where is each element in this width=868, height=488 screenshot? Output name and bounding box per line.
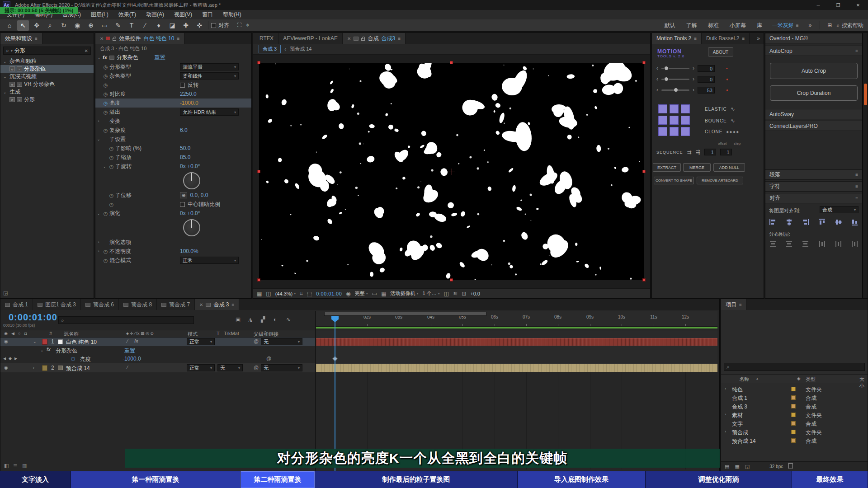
parent-column-label[interactable]: 父级和链接 xyxy=(254,331,278,338)
panel-menu-icon[interactable]: ≡ xyxy=(855,172,858,177)
menu-3[interactable]: 图层(L) xyxy=(86,10,113,19)
panel-menu-icon[interactable]: ≡ xyxy=(855,196,858,201)
stopwatch-icon[interactable]: ◷ xyxy=(108,164,115,169)
timeline-button-icon[interactable]: ⊞ xyxy=(462,291,466,297)
minimize-button[interactable]: ─ xyxy=(808,0,828,10)
name-column-label[interactable]: 名称 xyxy=(739,376,749,383)
auto-crop-button[interactable]: Auto Crop xyxy=(770,63,858,79)
panel-menu-icon[interactable]: ≡ xyxy=(177,36,179,41)
slider-indicator-icon[interactable]: ● xyxy=(726,77,728,81)
eye-icon[interactable]: ◉ xyxy=(4,365,8,370)
slider-left-arrow-icon[interactable]: ‹ xyxy=(656,65,658,71)
panel-menu-icon[interactable]: ≡ xyxy=(398,36,401,41)
panel-menu-icon[interactable]: ≡ xyxy=(35,36,38,41)
menu-7[interactable]: 窗口 xyxy=(197,10,218,19)
property-value[interactable]: -1000.0 xyxy=(123,356,141,362)
parent-select[interactable]: 无▾ xyxy=(261,338,302,345)
prop-checkbox[interactable] xyxy=(180,202,185,207)
effect-prop-7[interactable]: ◷复杂度6.0 xyxy=(95,126,251,135)
tree-item-0[interactable]: ⌄杂色和颗粒 xyxy=(0,57,94,65)
workspace-overflow-icon[interactable]: » xyxy=(803,22,817,28)
close-tab-icon[interactable]: ✕ xyxy=(199,302,203,307)
workspace-menu-icon[interactable]: ≡ xyxy=(796,23,799,28)
effect-prop-15[interactable]: ›演化选项 xyxy=(95,238,251,247)
effect-prop-14[interactable]: ⌄◷演化0x +0.0° xyxy=(95,209,251,218)
stopwatch-icon[interactable]: ◷ xyxy=(108,192,115,198)
row-caret-icon[interactable]: › xyxy=(95,119,102,123)
effect-prop-5[interactable]: ◷溢出允许 HDR 结果▾ xyxy=(95,108,251,117)
slider-right-arrow-icon[interactable]: › xyxy=(693,65,694,71)
tab-composition[interactable]: ✕ 合成 合成3 ≡ xyxy=(343,33,406,44)
anchor-grid-button[interactable] xyxy=(658,116,667,125)
stopwatch-icon[interactable]: ◷ xyxy=(102,100,109,106)
stopwatch-icon[interactable]: ◷ xyxy=(71,356,75,361)
autosway-panel-header[interactable]: AutoSway xyxy=(765,109,862,119)
zoom-select[interactable]: (44.3%)▾ xyxy=(275,291,296,296)
folder-caret-icon[interactable]: › xyxy=(725,429,726,434)
add-null-button[interactable]: ADD NULL xyxy=(713,163,745,172)
workspace-0[interactable]: 默认 xyxy=(659,22,681,29)
pickwhip-icon[interactable]: @ xyxy=(254,365,259,370)
folder-caret-icon[interactable]: › xyxy=(725,386,726,391)
align-to-select[interactable]: 合成▾ xyxy=(820,206,859,213)
slider-indicator-icon[interactable]: ▪ xyxy=(726,66,728,71)
target-icon[interactable]: ⌖ xyxy=(246,22,249,29)
tab-motion-tools[interactable]: Motion Tools 2 ≡ xyxy=(652,33,702,44)
slider-indicator-icon[interactable]: ● xyxy=(726,88,728,92)
quality-switch-icon[interactable]: ⁄ xyxy=(127,365,128,370)
prop-dropdown[interactable]: 柔和线性▾ xyxy=(180,72,239,80)
sequence-step-field[interactable]: 1 xyxy=(720,149,732,155)
frame-blend-icon[interactable]: ▞ xyxy=(261,316,265,323)
ruler-icon[interactable]: ◫ xyxy=(266,291,271,297)
effect-prop-13[interactable]: ◷中心辅助比例 xyxy=(95,200,251,209)
mask-feather-icon[interactable]: ⛶ xyxy=(237,22,241,29)
tree-item-2[interactable]: ⌄沉浸式视频 xyxy=(0,73,94,80)
property-row-brightness[interactable]: ◀ ◆ ▶ ◷ 亮度 -1000.0 @ xyxy=(0,355,315,363)
bounce-row[interactable]: BOUNCE ∿ xyxy=(705,117,735,124)
elastic-row[interactable]: ELASTIC ∿ xyxy=(705,106,735,112)
sequence-offset-field[interactable]: 1 xyxy=(704,149,716,155)
prop-value[interactable]: 6.0 xyxy=(180,127,188,133)
source-column-label[interactable]: 源名称 xyxy=(64,331,79,338)
expand-caret-icon[interactable]: › xyxy=(33,366,34,370)
chapter-1[interactable]: 第一种雨滴置换 xyxy=(71,471,241,488)
pickwhip-icon[interactable]: @ xyxy=(254,338,259,344)
selection-handle[interactable] xyxy=(642,170,646,173)
effect-reset-link[interactable]: 重置 xyxy=(124,347,135,355)
pixel-aspect-icon[interactable]: ◫ xyxy=(444,291,449,297)
panel-menu-icon[interactable]: ≡ xyxy=(855,184,858,189)
effect-prop-10[interactable]: ◷子缩放85.0 xyxy=(95,153,251,162)
prop-value[interactable]: 0.0, 0.0 xyxy=(190,192,208,198)
effect-prop-6[interactable]: ›变换 xyxy=(95,117,251,126)
home-icon[interactable]: ⌂ xyxy=(4,20,15,31)
effect-prop-17[interactable]: ◷混合模式正常▾ xyxy=(95,256,251,265)
character-panel-header[interactable]: 字符 ≡ xyxy=(765,181,862,192)
layer-bar-solid[interactable] xyxy=(316,338,717,346)
menu-6[interactable]: 视图(V) xyxy=(169,10,197,19)
stopwatch-icon[interactable]: ◷ xyxy=(102,82,109,88)
prop-dropdown[interactable]: 正常▾ xyxy=(180,257,239,264)
close-button[interactable]: ✕ xyxy=(848,0,868,10)
slider-right-arrow-icon[interactable]: › xyxy=(693,76,694,82)
panel-grip-icon[interactable]: ◲ xyxy=(3,290,8,296)
timeline-search-input[interactable]: ⌕ xyxy=(58,316,194,324)
tab-project[interactable]: 项目 ≡ xyxy=(721,299,747,310)
panel-menu-icon[interactable]: ≡ xyxy=(739,302,742,307)
layer-bar-precomp[interactable] xyxy=(316,364,717,372)
playhead-line[interactable] xyxy=(335,316,335,471)
distribute-h-center-icon[interactable] xyxy=(835,240,842,249)
prop-dropdown[interactable]: 允许 HDR 结果▾ xyxy=(180,108,239,116)
draft-3d-icon[interactable]: ▣ xyxy=(236,316,241,323)
graph-editor-icon[interactable]: ∿ xyxy=(286,316,291,323)
slider-value-field[interactable]: 0 xyxy=(698,76,715,83)
slider-left-arrow-icon[interactable]: ‹ xyxy=(656,76,658,82)
view-layout-select[interactable]: 1 个…▾ xyxy=(423,290,440,297)
prop-value[interactable]: -1000.0 xyxy=(180,100,198,106)
align-right-icon[interactable] xyxy=(802,218,809,227)
row-caret-icon[interactable]: ⌄ xyxy=(95,137,102,141)
row-caret-icon[interactable]: ⌄ xyxy=(101,164,108,169)
maximize-button[interactable]: ❐ xyxy=(828,0,848,10)
brush-tool-icon[interactable]: ⁄ xyxy=(139,20,151,31)
lock-icon[interactable] xyxy=(361,38,365,41)
help-search[interactable]: ⌕搜索帮助 xyxy=(836,22,863,29)
